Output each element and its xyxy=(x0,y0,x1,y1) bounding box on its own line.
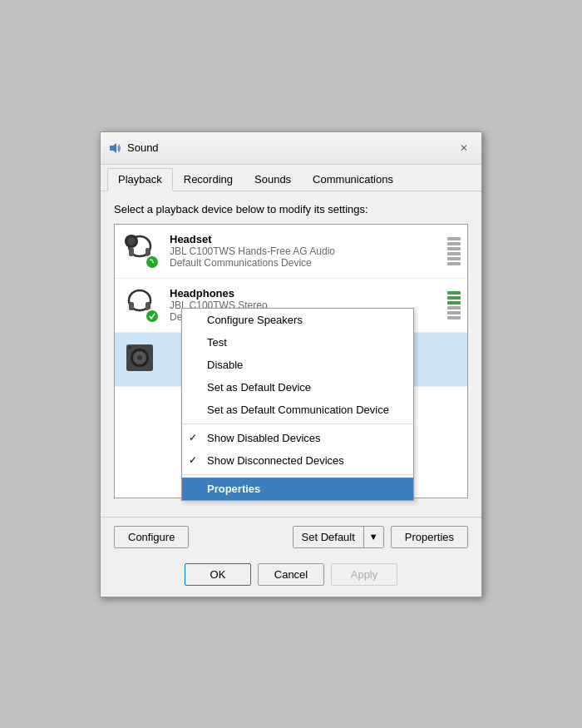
check-show-disconnected: ✓ xyxy=(189,454,197,466)
headset-icon-container xyxy=(121,231,161,271)
instruction-text: Select a playback device below to modify… xyxy=(114,203,468,215)
apply-button[interactable]: Apply xyxy=(331,563,397,586)
headset-desc1: JBL C100TWS Hands-Free AG Audio xyxy=(170,245,439,257)
headset-name: Headset xyxy=(170,233,439,245)
tab-sounds[interactable]: Sounds xyxy=(244,168,302,191)
device-headset[interactable]: Headset JBL C100TWS Hands-Free AG Audio … xyxy=(115,225,467,279)
level-bar-inactive-6 xyxy=(447,316,461,319)
headphones-name: Headphones xyxy=(170,287,439,300)
level-bar-3 xyxy=(447,247,461,250)
device-speakers[interactable]: Configure Speakers Test Disable Set as D… xyxy=(115,333,467,387)
level-bar-active-1 xyxy=(447,291,461,295)
svg-rect-2 xyxy=(129,248,134,256)
check-badge xyxy=(145,309,160,324)
properties-button[interactable]: Properties xyxy=(391,526,468,548)
tab-playback[interactable]: Playback xyxy=(107,168,173,191)
phone-badge xyxy=(145,255,160,270)
set-default-arrow-button[interactable]: ▼ xyxy=(364,527,383,547)
svg-point-12 xyxy=(137,355,142,360)
svg-point-5 xyxy=(127,237,136,245)
menu-show-disconnected[interactable]: ✓ Show Disconnected Devices xyxy=(182,449,413,472)
close-button[interactable]: ✕ xyxy=(455,139,473,157)
svg-point-13 xyxy=(127,345,132,350)
svg-rect-7 xyxy=(129,302,134,310)
ok-cancel-bar: OK Cancel Apply xyxy=(101,557,481,596)
menu-show-disabled[interactable]: ✓ Show Disabled Devices xyxy=(182,427,413,449)
level-bar-2 xyxy=(447,242,461,245)
headphones-icon-container xyxy=(121,285,161,325)
menu-separator-2 xyxy=(182,474,413,475)
devices-list-inner: Headset JBL C100TWS Hands-Free AG Audio … xyxy=(115,225,467,387)
tab-communications[interactable]: Communications xyxy=(302,168,404,191)
level-bar-1 xyxy=(447,237,461,240)
window-title: Sound xyxy=(127,141,159,154)
check-show-disabled: ✓ xyxy=(189,432,197,443)
sound-dialog: Sound ✕ Playback Recording Sounds Commun… xyxy=(100,131,482,597)
speakers-icon-container xyxy=(121,339,161,379)
speaker-icon xyxy=(109,141,122,155)
tabs-bar: Playback Recording Sounds Communications xyxy=(101,165,481,191)
phone-icon xyxy=(148,258,156,266)
headset-desc2: Default Communications Device xyxy=(170,257,439,269)
devices-list: Headset JBL C100TWS Hands-Free AG Audio … xyxy=(114,224,468,498)
menu-test[interactable]: Test xyxy=(182,331,413,354)
title-bar: Sound ✕ xyxy=(101,132,481,165)
set-default-group: Set Default ▼ xyxy=(293,526,384,548)
menu-properties[interactable]: Properties xyxy=(182,478,413,500)
level-bar-active-3 xyxy=(447,301,461,305)
headset-level-bars xyxy=(447,231,461,271)
level-bar-inactive-5 xyxy=(447,311,461,314)
set-default-button[interactable]: Set Default xyxy=(293,527,364,547)
ok-button[interactable]: OK xyxy=(185,563,251,586)
right-buttons: Set Default ▼ Properties xyxy=(293,526,468,548)
speakers-svg xyxy=(121,339,158,376)
svg-marker-0 xyxy=(110,143,116,153)
headphones-level-bars xyxy=(447,285,461,325)
level-bar-active-2 xyxy=(447,296,461,300)
menu-set-default-comm[interactable]: Set as Default Communication Device xyxy=(182,399,413,421)
level-bar-6 xyxy=(447,262,461,265)
title-bar-left: Sound xyxy=(109,141,159,155)
tab-recording[interactable]: Recording xyxy=(173,168,244,191)
level-bar-5 xyxy=(447,257,461,260)
headset-info: Headset JBL C100TWS Hands-Free AG Audio … xyxy=(170,233,439,269)
context-menu: Configure Speakers Test Disable Set as D… xyxy=(181,308,414,501)
menu-configure[interactable]: Configure Speakers xyxy=(182,309,413,331)
menu-disable[interactable]: Disable xyxy=(182,354,413,376)
bottom-bar: Configure Set Default ▼ Properties xyxy=(101,517,481,557)
level-bar-inactive-4 xyxy=(447,306,461,310)
menu-separator-1 xyxy=(182,423,413,424)
cancel-button[interactable]: Cancel xyxy=(258,563,324,586)
configure-button[interactable]: Configure xyxy=(114,526,189,548)
check-icon xyxy=(148,312,156,320)
menu-set-default[interactable]: Set as Default Device xyxy=(182,376,413,399)
level-bar-4 xyxy=(447,252,461,255)
dialog-content: Select a playback device below to modify… xyxy=(101,191,481,510)
